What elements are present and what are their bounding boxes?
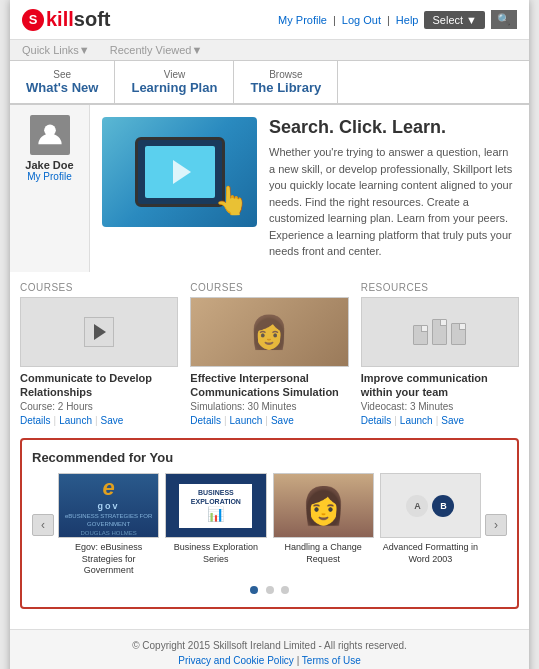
tablet-screen — [145, 146, 215, 198]
carousel: ‹ e gov eBUSINESS STRATEGIES FOR GOVERNM… — [32, 473, 507, 577]
person-image: 👩 — [301, 485, 346, 527]
course-thumb-2 — [361, 297, 519, 367]
rec-thumb-1: BUSINESS EXPLORATION 📊 — [165, 473, 266, 538]
select-button[interactable]: Select ▼ — [424, 11, 485, 29]
course-launch-2[interactable]: Launch — [400, 415, 433, 426]
course-card-0: Courses Communicate to Develop Relations… — [20, 282, 178, 427]
copyright-text: © Copyright 2015 Skillsoft Ireland Limit… — [20, 640, 519, 651]
logo-icon: S — [22, 9, 44, 31]
course-save-1[interactable]: Save — [271, 415, 294, 426]
course-details-2[interactable]: Details — [361, 415, 392, 426]
rec-title-0: Egov: eBusiness Strategies for Governmen… — [58, 542, 159, 577]
word-b-icon: B — [432, 495, 454, 517]
word-icons: A B — [406, 495, 454, 517]
carousel-prev-button[interactable]: ‹ — [32, 514, 54, 536]
hero-title: Search. Click. Learn. — [269, 117, 517, 138]
course-details-0[interactable]: Details — [20, 415, 51, 426]
help-link[interactable]: Help — [396, 14, 419, 26]
egov-subtitle: eBUSINESS STRATEGIES FOR GOVERNMENT — [63, 513, 154, 527]
my-profile-sidebar-link[interactable]: My Profile — [20, 171, 79, 182]
course-thumb-1: 👩 — [190, 297, 348, 367]
course-meta-1: Simulations: 30 Minutes — [190, 401, 348, 412]
rec-title-3: Advanced Formatting in Word 2003 — [380, 542, 481, 565]
word-a-icon: A — [406, 495, 428, 517]
course-title-0: Communicate to Develop Relationships — [20, 371, 178, 400]
person-image-icon: 👩 — [249, 313, 289, 351]
course-actions-2: Details|Launch|Save — [361, 415, 519, 426]
my-profile-link[interactable]: My Profile — [278, 14, 327, 26]
header: S killsoft My Profile | Log Out | Help S… — [10, 0, 529, 40]
main-content: Courses Communicate to Develop Relations… — [10, 272, 529, 630]
rec-item-3[interactable]: A B Advanced Formatting in Word 2003 — [380, 473, 481, 577]
rec-item-1[interactable]: BUSINESS EXPLORATION 📊 Business Explorat… — [165, 473, 266, 577]
egov-book-cover: e gov eBUSINESS STRATEGIES FOR GOVERNMEN… — [59, 474, 158, 537]
recommended-section: Recommended for You ‹ e gov eBUSINESS ST… — [20, 438, 519, 609]
rec-thumb-3: A B — [380, 473, 481, 538]
course-meta-2: Videocast: 3 Minutes — [361, 401, 519, 412]
secondary-nav: Quick Links▼ Recently Viewed▼ — [10, 40, 529, 61]
carousel-next-button[interactable]: › — [485, 514, 507, 536]
logo-skill: kill — [46, 8, 74, 31]
rec-item-0[interactable]: e gov eBUSINESS STRATEGIES FOR GOVERNMEN… — [58, 473, 159, 577]
recommended-title: Recommended for You — [32, 450, 507, 465]
course-save-2[interactable]: Save — [441, 415, 464, 426]
rec-item-2[interactable]: 👩 Handling a Change Request — [273, 473, 374, 577]
business-title-text: BUSINESS EXPLORATION — [182, 489, 249, 506]
course-save-0[interactable]: Save — [101, 415, 124, 426]
quick-links-menu[interactable]: Quick Links▼ — [22, 44, 90, 56]
docs-icon — [413, 319, 466, 345]
course-card-2: Resources Improve communication within y… — [361, 282, 519, 427]
hero-image: 👆 — [102, 117, 257, 227]
play-triangle — [94, 324, 106, 340]
hero-section: 👆 Search. Click. Learn. Whether you're t… — [90, 105, 529, 272]
recently-viewed-menu[interactable]: Recently Viewed▼ — [110, 44, 203, 56]
log-out-link[interactable]: Log Out — [342, 14, 381, 26]
footer: © Copyright 2015 Skillsoft Ireland Limit… — [10, 629, 529, 669]
person-cover: 👩 — [274, 474, 373, 537]
logo: S killsoft — [22, 8, 110, 31]
nav-whats-new[interactable]: See What's New — [10, 61, 115, 103]
footer-links: Privacy and Cookie Policy | Terms of Use — [20, 655, 519, 666]
course-launch-1[interactable]: Launch — [230, 415, 263, 426]
business-cover: BUSINESS EXPLORATION 📊 — [166, 474, 265, 537]
logo-soft: soft — [74, 8, 111, 31]
search-icon-button[interactable]: 🔍 — [491, 10, 517, 29]
primary-nav: See What's New View Learning Plan Browse… — [10, 61, 529, 105]
rec-thumb-2: 👩 — [273, 473, 374, 538]
user-name: Jake Doe — [20, 159, 79, 171]
course-launch-0[interactable]: Launch — [59, 415, 92, 426]
courses-section: Courses Communicate to Develop Relations… — [20, 282, 519, 427]
user-icon — [36, 121, 64, 149]
course-thumb-0 — [20, 297, 178, 367]
hero-text: Search. Click. Learn. Whether you're try… — [269, 117, 517, 260]
course-meta-0: Course: 2 Hours — [20, 401, 178, 412]
course-title-1: Effective Interpersonal Communications S… — [190, 371, 348, 400]
video-play-icon — [84, 317, 114, 347]
dot-2[interactable] — [281, 586, 289, 594]
rec-items: e gov eBUSINESS STRATEGIES FOR GOVERNMEN… — [58, 473, 481, 577]
course-actions-1: Details|Launch|Save — [190, 415, 348, 426]
privacy-link[interactable]: Privacy and Cookie Policy — [178, 655, 294, 666]
course-card-1: Courses 👩 Effective Interpersonal Commun… — [190, 282, 348, 427]
nav-browse-library[interactable]: Browse The Library — [234, 61, 338, 103]
header-nav: My Profile | Log Out | Help Select ▼ 🔍 — [278, 10, 517, 29]
egov-e-letter: e — [103, 475, 115, 501]
course-actions-0: Details|Launch|Save — [20, 415, 178, 426]
hero-description: Whether you're trying to answer a questi… — [269, 144, 517, 260]
egov-gov-text: gov — [98, 501, 120, 511]
carousel-dots — [32, 583, 507, 597]
dot-1[interactable] — [266, 586, 274, 594]
terms-link[interactable]: Terms of Use — [302, 655, 361, 666]
rec-thumb-0: e gov eBUSINESS STRATEGIES FOR GOVERNMEN… — [58, 473, 159, 538]
hand-pointer-icon: 👆 — [214, 184, 249, 217]
course-details-1[interactable]: Details — [190, 415, 221, 426]
business-graph-icon: 📊 — [207, 506, 224, 522]
avatar — [30, 115, 70, 155]
course-title-2: Improve communication within your team — [361, 371, 519, 400]
egov-author: DOUGLAS HOLMES — [80, 530, 136, 536]
dot-0[interactable] — [250, 586, 258, 594]
nav-learning-plan[interactable]: View Learning Plan — [115, 61, 234, 103]
tablet-illustration — [135, 137, 225, 207]
business-inner: BUSINESS EXPLORATION 📊 — [179, 484, 252, 528]
rec-title-1: Business Exploration Series — [165, 542, 266, 565]
